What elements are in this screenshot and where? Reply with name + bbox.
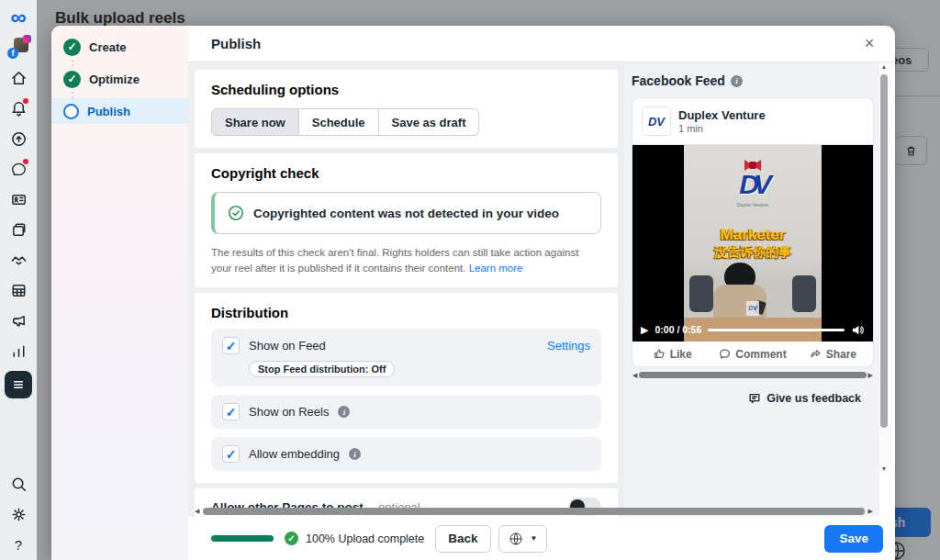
scrollbar-thumb[interactable] xyxy=(203,508,864,515)
home-icon[interactable] xyxy=(8,68,28,88)
video-overlay-text-1: Marketer xyxy=(684,226,822,244)
upload-progress-bar xyxy=(211,535,274,542)
preview-horizontal-scrollbar[interactable]: ◀ ▶ xyxy=(632,370,874,380)
save-as-draft-button[interactable]: Save as draft xyxy=(379,108,480,136)
share-label: Share xyxy=(826,348,856,361)
scroll-right-icon[interactable]: ▶ xyxy=(867,508,875,515)
show-on-reels-label: Show on Reels xyxy=(249,405,329,419)
step-connector xyxy=(72,92,188,98)
boost-icon[interactable] xyxy=(8,129,28,149)
comment-button[interactable]: Comment xyxy=(712,348,792,361)
play-icon[interactable]: ▶ xyxy=(641,324,648,336)
stop-feed-distribution-badge: Stop Feed distribution: Off xyxy=(249,361,395,377)
comment-icon xyxy=(719,348,731,360)
step-active-icon xyxy=(63,104,79,119)
post-actions: Like Comment Share xyxy=(632,342,873,366)
step-connector xyxy=(72,60,188,66)
meta-logo-icon[interactable]: ∞ xyxy=(8,7,28,28)
step-create[interactable]: ✓ Create xyxy=(51,34,188,60)
video-player[interactable]: DV Duplex Venture Marketer 没告诉你的事 DV xyxy=(632,145,873,342)
allow-embedding-label: Allow embedding xyxy=(249,447,340,461)
step-label: Create xyxy=(89,40,126,54)
show-on-feed-checkbox[interactable]: ✓ xyxy=(222,337,240,354)
notification-dot xyxy=(23,98,28,104)
video-overlay-text-2: 没告诉你的事 xyxy=(684,244,822,261)
scroll-right-icon[interactable]: ▶ xyxy=(867,370,874,380)
copyright-result-text: Copyrighted content was not detected in … xyxy=(253,207,559,220)
give-feedback-link[interactable]: Give us feedback xyxy=(632,392,874,405)
video-timestamp: 0:00 / 0:56 xyxy=(655,324,701,335)
video-frame: DV Duplex Venture Marketer 没告诉你的事 DV xyxy=(684,145,822,342)
notifications-bell-icon[interactable] xyxy=(8,98,28,118)
language-globe-dropdown[interactable]: ▼ xyxy=(498,525,548,553)
video-watermark: DV xyxy=(746,301,759,316)
show-on-reels-checkbox[interactable]: ✓ xyxy=(222,403,240,420)
scroll-left-icon[interactable]: ◀ xyxy=(632,370,638,380)
partnerships-icon[interactable] xyxy=(8,250,28,270)
scrollbar-thumb[interactable] xyxy=(880,74,888,428)
show-on-feed-card: ✓ Show on Feed Settings Stop Feed distri… xyxy=(211,329,601,386)
allow-embedding-checkbox[interactable]: ✓ xyxy=(222,445,240,463)
upload-status-text: 100% Upload complete xyxy=(306,532,424,545)
messages-dot xyxy=(23,159,28,164)
share-icon xyxy=(810,348,822,360)
learn-more-link[interactable]: Learn more xyxy=(469,263,523,274)
video-controls: ▶ 0:00 / 0:56 xyxy=(632,318,873,342)
close-icon[interactable]: × xyxy=(858,33,880,55)
insights-chart-icon[interactable] xyxy=(8,341,28,361)
scrollbar-thumb[interactable] xyxy=(639,372,866,378)
step-label: Optimize xyxy=(89,73,140,86)
chevron-down-icon: ▼ xyxy=(531,534,538,543)
info-icon[interactable]: i xyxy=(349,448,361,460)
step-publish[interactable]: Publish xyxy=(51,98,188,124)
chair xyxy=(792,275,816,312)
settings-gear-icon[interactable] xyxy=(8,504,28,524)
save-button[interactable]: Save xyxy=(824,525,883,553)
share-button[interactable]: Share xyxy=(793,348,873,361)
scheduling-section: Scheduling options Share now Schedule Sa… xyxy=(195,70,618,148)
chair xyxy=(689,275,713,312)
business-avatar[interactable]: f xyxy=(8,38,28,58)
video-progress-bar[interactable] xyxy=(708,329,845,331)
copyright-result-card: Copyrighted content was not detected in … xyxy=(211,192,601,234)
feed-preview-card: DV Duplex Venture 1 min DV Duplex Ventur… xyxy=(632,97,874,367)
all-tools-menu-button[interactable] xyxy=(5,371,32,398)
like-label: Like xyxy=(670,348,692,361)
modal-title: Publish xyxy=(211,36,261,51)
modal-horizontal-scrollbar[interactable]: ◀ ▶ xyxy=(193,506,875,516)
volume-icon[interactable] xyxy=(851,323,865,337)
copyright-disclaimer-text: The results of this check aren't final. … xyxy=(211,247,578,274)
step-optimize[interactable]: ✓ Optimize xyxy=(51,66,188,92)
messages-icon[interactable] xyxy=(8,159,28,179)
search-icon[interactable] xyxy=(8,474,28,494)
share-now-button[interactable]: Share now xyxy=(211,108,299,136)
publish-form: Scheduling options Share now Schedule Sa… xyxy=(188,62,624,517)
wall-logo: DV xyxy=(684,169,822,200)
modal-header: Publish × xyxy=(188,26,895,62)
copyright-disclaimer: The results of this check aren't final. … xyxy=(211,245,601,275)
help-icon[interactable]: ? xyxy=(8,534,28,554)
facebook-badge-icon: f xyxy=(7,48,18,59)
modal-vertical-scrollbar[interactable]: ▲ ▼ xyxy=(879,62,889,473)
distribution-section: Distribution ✓ Show on Feed Settings Sto… xyxy=(195,293,618,483)
content-icon[interactable] xyxy=(8,219,28,240)
ads-megaphone-icon[interactable] xyxy=(8,310,28,330)
info-icon[interactable]: i xyxy=(338,406,350,418)
planner-icon[interactable] xyxy=(8,280,28,300)
check-circle-icon xyxy=(228,205,244,221)
scroll-up-icon[interactable]: ▲ xyxy=(879,63,889,70)
back-button[interactable]: Back xyxy=(435,525,490,553)
like-button[interactable]: Like xyxy=(632,348,712,361)
schedule-button[interactable]: Schedule xyxy=(299,108,379,136)
scroll-down-icon[interactable]: ▼ xyxy=(879,465,889,472)
feed-settings-link[interactable]: Settings xyxy=(547,339,590,353)
info-icon[interactable]: i xyxy=(731,75,743,87)
post-time: 1 min xyxy=(678,123,766,134)
scroll-left-icon[interactable]: ◀ xyxy=(193,508,201,515)
preview-heading: Facebook Feed xyxy=(632,73,725,88)
scheduling-heading: Scheduling options xyxy=(211,82,601,97)
step-complete-icon: ✓ xyxy=(63,39,81,56)
feedback-bubble-icon xyxy=(748,392,761,405)
page-avatar: DV xyxy=(642,106,671,136)
page-info-icon[interactable] xyxy=(8,189,28,209)
